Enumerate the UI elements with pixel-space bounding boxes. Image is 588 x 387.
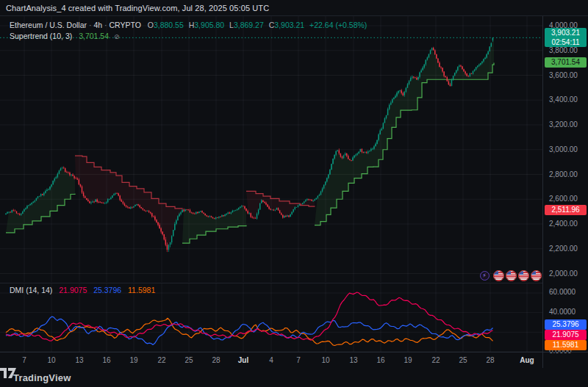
us-flag-event-icon[interactable] [518, 270, 529, 281]
time-tick-label: 16 [376, 356, 384, 364]
price-tick-label: 2,600.00 [549, 195, 578, 203]
supertrend-legend-row[interactable]: Supertrend (10, 3) 3,701.54 ⊘ [10, 32, 119, 40]
tradingview-logo[interactable]: TradingView [13, 372, 71, 383]
legend-separator: · [104, 21, 107, 29]
last-price-countdown: 02:54:11 [545, 37, 587, 47]
dmi-adx-badge: 21.9075 [545, 330, 587, 340]
time-tick-label: 25 [184, 356, 193, 364]
time-tick-label: 7 [296, 356, 301, 364]
footer-bar: TradingView [0, 368, 588, 387]
candles-layer [5, 37, 493, 252]
flag-canton [531, 271, 537, 275]
title-bar: ChartAnalysis_4 created with TradingView… [0, 0, 588, 16]
price-tick-label: 2,000.00 [549, 270, 578, 278]
dmi-tick-label: 60.0000 [549, 288, 576, 296]
supertrend-status-icon: ⊘ [114, 33, 120, 40]
price-tick-label: 2,400.00 [549, 220, 578, 228]
price-tick-label: 2,800.00 [549, 170, 578, 178]
tradingview-logo-text: TradingView [13, 372, 71, 383]
dmi-plus-di-value: 25.3796 [93, 286, 121, 294]
dmi-plus-di-badge: 25.3796 [545, 319, 587, 330]
price-tick-label: 3,600.00 [549, 71, 578, 79]
ohlc-open-label: O [148, 21, 154, 29]
us-flag-event-icon[interactable] [531, 270, 542, 281]
price-axis[interactable]: 4,000.003,800.003,600.003,400.003,200.00… [542, 16, 588, 368]
main-chart-pane[interactable]: ⚡ [0, 16, 542, 282]
dmi-tick-label: 40.0000 [549, 308, 576, 316]
ohlc-open-value: 3,880.55 [154, 21, 184, 29]
time-tick-label: 22 [157, 356, 165, 364]
us-flag-event-icon[interactable] [506, 270, 517, 281]
ohlc-low-value: 3,869.27 [234, 21, 264, 29]
flag-canton [494, 271, 499, 275]
time-tick-label: Aug [520, 356, 534, 364]
dmi-adx-line [6, 292, 493, 341]
price-tick-label: 3,400.00 [549, 95, 578, 104]
time-tick-label: 28 [486, 356, 494, 364]
dmi-adx-value: 21.9075 [59, 286, 87, 294]
main-gridlines [0, 16, 542, 282]
tradingview-logo-icon [0, 368, 16, 378]
level-price-badge: 2,511.96 [545, 205, 587, 215]
flag-canton [519, 271, 524, 275]
symbol-exchange: CRYPTO [109, 21, 140, 29]
time-tick-label: 7 [22, 356, 26, 364]
title-bar-text: ChartAnalysis_4 created with TradingView… [0, 4, 269, 12]
time-axis[interactable]: 710131619222528Jul4710131619222528Aug [0, 352, 588, 369]
time-tick-label: 10 [321, 356, 329, 364]
time-tick-label: 28 [212, 356, 220, 364]
legend-separator: · [89, 21, 92, 29]
dmi-minus-di-badge: 11.5981 [545, 340, 587, 350]
dmi-minus-di-value: 11.5981 [128, 286, 155, 294]
time-tick-label: 13 [349, 356, 357, 364]
change-value: +22.64 (+0.58%) [309, 21, 367, 29]
ohlc-high-value: 3,905.80 [194, 21, 224, 29]
symbol-legend-row[interactable]: Ethereum / U.S. Dollar · 4h · CRYPTO O3,… [10, 21, 367, 29]
symbol-interval: 4h [93, 21, 102, 29]
time-tick-label: 13 [75, 356, 83, 364]
flag-canton [506, 271, 512, 275]
time-tick-label: 16 [102, 356, 110, 364]
price-tick-label: 3,000.00 [549, 145, 578, 153]
price-tick-label: 2,200.00 [549, 245, 578, 253]
lightning-event-icon[interactable]: ⚡ [480, 271, 490, 281]
time-tick-label: 19 [404, 356, 412, 364]
time-tick-label: 19 [129, 356, 137, 364]
dmi-legend-row[interactable]: DMI (14, 14) 21.9075 25.3796 11.5981 [10, 286, 155, 294]
symbol-name: Ethereum / U.S. Dollar [10, 21, 87, 29]
time-tick-label: 10 [47, 356, 55, 364]
time-tick-label: Jul [238, 356, 248, 364]
main-chart-canvas [0, 16, 542, 282]
us-flag-event-icon[interactable] [493, 270, 504, 281]
supertrend-price-badge: 3,701.54 [545, 57, 587, 68]
supertrend-value: 3,701.54 [79, 32, 109, 40]
dmi-name: DMI (14, 14) [10, 286, 52, 294]
price-tick-label: 3,200.00 [549, 120, 578, 129]
supertrend-name: Supertrend (10, 3) [10, 32, 72, 40]
last-price-badge: 3,903.21 02:54:11 [545, 28, 587, 47]
time-tick-label: 25 [459, 356, 467, 364]
price-tick-label: 3,800.00 [549, 46, 578, 54]
time-tick-label: 22 [431, 356, 440, 364]
time-tick-label: 4 [269, 356, 273, 364]
ohlc-close-value: 3,903.21 [274, 21, 304, 29]
last-price-value: 3,903.21 [545, 28, 587, 37]
